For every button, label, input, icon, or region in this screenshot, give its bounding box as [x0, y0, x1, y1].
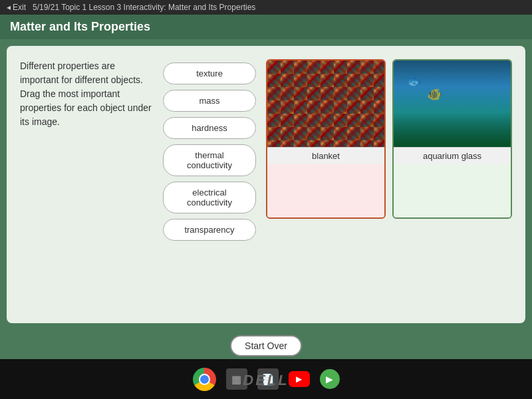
play-icon[interactable]: ▶ — [320, 369, 340, 389]
page-title: Matter and Its Properties — [10, 20, 150, 33]
youtube-icon[interactable]: ▶ — [289, 371, 310, 387]
exit-button[interactable]: Exit — [7, 3, 26, 12]
aquarium-label: aquarium glass — [394, 147, 511, 164]
blanket-drop-area[interactable] — [267, 164, 384, 217]
fish-icon-2: 🐠 — [427, 87, 442, 102]
property-hardness[interactable]: hardness — [163, 117, 256, 139]
breadcrumb: 5/19/21 Topic 1 Lesson 3 Interactivity: … — [33, 3, 255, 12]
aquarium-drop-area[interactable] — [394, 164, 511, 217]
aquarium-image: 🐟 🐠 — [394, 61, 511, 147]
property-texture[interactable]: texture — [163, 63, 256, 84]
content-area: Matter and Its Properties Different prop… — [0, 15, 532, 359]
chrome-icon[interactable] — [193, 368, 216, 391]
property-mass[interactable]: mass — [163, 90, 256, 112]
bottom-section: ▦ 📄 ▶ ▶ DELL — [0, 359, 532, 399]
aquarium-column: 🐟 🐠 aquarium glass — [392, 59, 512, 219]
dell-logo: DELL — [243, 372, 289, 389]
fish-icon: 🐟 — [407, 74, 422, 88]
property-electrical-conductivity[interactable]: electrical conductivity — [163, 182, 256, 213]
blanket-label: blanket — [267, 147, 384, 164]
main-panel: Different properties are important for d… — [7, 46, 525, 323]
property-thermal-conductivity[interactable]: thermal conductivity — [163, 144, 256, 176]
drop-zones: blanket 🐟 🐠 aquarium glass — [266, 59, 512, 219]
start-over-row: Start Over — [0, 330, 532, 359]
property-transparency[interactable]: transparency — [163, 219, 256, 241]
blanket-column: blanket — [266, 59, 386, 219]
top-bar: Exit 5/19/21 Topic 1 Lesson 3 Interactiv… — [0, 0, 532, 15]
page-header: Matter and Its Properties — [0, 15, 532, 39]
blanket-image — [267, 61, 384, 147]
properties-list: texture mass hardness thermal conductivi… — [163, 63, 256, 241]
start-over-button[interactable]: Start Over — [230, 335, 302, 356]
instructions: Different properties are important for d… — [20, 59, 153, 129]
